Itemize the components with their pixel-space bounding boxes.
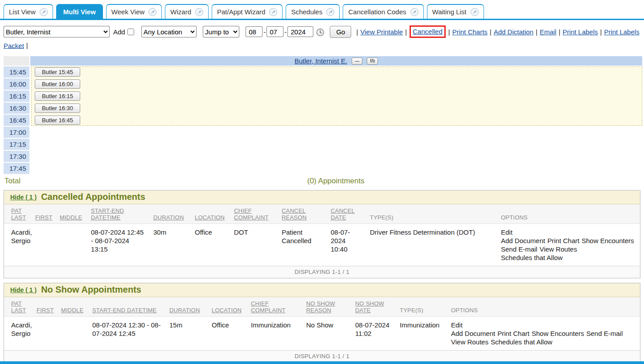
hide-cancelled-link[interactable]: Hide ( 1 ) xyxy=(10,194,37,201)
sort-first[interactable]: FIRST xyxy=(35,214,53,221)
jump-to-select[interactable]: Jump to xyxy=(203,26,239,37)
appointment-option-link[interactable]: Add Document xyxy=(451,329,495,338)
tab-list-view[interactable]: List View ↗ xyxy=(4,4,53,19)
sort-location[interactable]: LOCATION xyxy=(212,307,242,314)
time-label: 16:00 xyxy=(4,79,29,90)
email-link[interactable]: Email xyxy=(540,28,557,36)
sort-no-show-date[interactable]: NO SHOW DATE xyxy=(355,300,384,314)
tab-label: Multi View xyxy=(63,8,96,16)
appointment-option-link[interactable]: View Routes xyxy=(540,245,577,253)
sort-cancel-reason[interactable]: CANCEL REASON xyxy=(282,207,307,221)
appointment-option-link[interactable]: Show Encounters xyxy=(532,329,584,338)
option-links: Add DocumentPrint ChartShow EncountersSe… xyxy=(501,236,636,262)
open-availability-area[interactable] xyxy=(31,66,642,126)
open-new-window-icon[interactable]: ↗ xyxy=(269,8,277,16)
cancelled-appointment-row: Acardi, Sergio 08-07-2024 12:45 - 08-07-… xyxy=(4,224,640,266)
location-cell: Office xyxy=(191,224,230,266)
appointment-option-link[interactable]: Schedules that Allow xyxy=(501,253,562,262)
hide-no-show-link[interactable]: Hide ( 1 ) xyxy=(10,286,37,294)
time-label: 17:15 xyxy=(4,139,29,150)
clock-icon[interactable] xyxy=(316,28,324,36)
appointment-slot-button[interactable]: Butler 16:30 xyxy=(35,103,80,113)
open-new-window-icon[interactable]: ↗ xyxy=(195,8,203,16)
edit-link[interactable]: Edit xyxy=(451,321,463,329)
sort-start-end[interactable]: START-END DATETIME xyxy=(91,207,124,221)
collapse-column-button[interactable]: — xyxy=(352,58,362,65)
open-new-window-icon[interactable]: ↗ xyxy=(40,8,48,16)
tab-multi-view[interactable]: Multi View xyxy=(56,4,103,19)
sort-location[interactable]: LOCATION xyxy=(195,214,225,221)
time-label: 17:30 xyxy=(4,151,29,162)
provider-link[interactable]: Butler, Internist E. xyxy=(295,57,347,65)
cancelled-link[interactable]: Cancelled xyxy=(413,28,443,35)
appointment-slot-button[interactable]: Butler 15:45 xyxy=(35,67,80,77)
sort-first[interactable]: FIRST xyxy=(37,307,54,314)
displaying-count: DISPLAYING 1-1 / 1 xyxy=(4,350,640,362)
open-new-window-icon[interactable]: ↗ xyxy=(326,8,334,16)
date-month-input[interactable] xyxy=(246,26,263,37)
location-select[interactable]: Any Location xyxy=(141,26,197,37)
no-show-section-header: Hide ( 1 ) No Show Appointments xyxy=(4,283,640,297)
appointment-slot-button[interactable]: Butler 16:00 xyxy=(35,79,80,89)
tab-wizard[interactable]: Wizard ↗ xyxy=(165,4,209,19)
appointment-slot-button[interactable]: Butler 16:15 xyxy=(35,91,80,101)
bottom-accent-bar xyxy=(0,361,644,364)
separator: | xyxy=(490,28,492,36)
appointment-option-link[interactable]: Print Chart xyxy=(547,236,579,245)
appointment-option-link[interactable]: Add Document xyxy=(501,236,545,245)
tab-label: Wizard xyxy=(170,8,191,16)
appointment-slot-button[interactable]: Butler 16:45 xyxy=(35,116,80,125)
types-header: TYPE(S) xyxy=(400,307,423,314)
sort-pat-last[interactable]: PAT LAST xyxy=(11,300,26,314)
tab-week-view[interactable]: Week View ↗ xyxy=(106,4,162,19)
separator: | xyxy=(536,28,537,36)
sort-pat-last[interactable]: PAT LAST xyxy=(11,207,26,221)
appointment-option-link[interactable]: View Routes xyxy=(451,338,488,346)
total-label: Total xyxy=(4,177,29,186)
add-checkbox[interactable] xyxy=(127,29,134,35)
open-new-window-icon[interactable]: ↗ xyxy=(410,8,418,16)
print-charts-link[interactable]: Print Charts xyxy=(452,28,488,36)
appointment-option-link[interactable]: Send E-mail xyxy=(587,329,623,338)
appointment-option-link[interactable]: Send E-mail xyxy=(501,245,537,253)
schedule-header-row: Butler, Internist E. — f/b xyxy=(4,56,642,66)
open-new-window-icon[interactable]: ↗ xyxy=(148,8,156,16)
sort-middle[interactable]: MIDDLE xyxy=(60,214,82,221)
appointment-option-link[interactable]: Print Chart xyxy=(497,329,529,338)
cancelled-section-header: Hide ( 1 ) Cancelled Appointments xyxy=(4,190,640,204)
sort-no-show-reason[interactable]: NO SHOW REASON xyxy=(306,300,335,314)
tab-schedules[interactable]: Schedules ↗ xyxy=(286,4,340,19)
appointments-count: (0) Appointments xyxy=(29,177,642,186)
types-cell: Driver Fitness Determination (DOT) xyxy=(366,224,497,266)
time-label: 16:45 xyxy=(4,115,29,126)
sort-duration[interactable]: DURATION xyxy=(153,214,184,221)
no-show-appointment-row: Acardi, Sergio 08-07-2024 12:30 - 08-07-… xyxy=(4,317,640,351)
separator: | xyxy=(558,28,560,36)
sort-chief-complaint[interactable]: CHIEF COMPLAINT xyxy=(234,207,269,221)
sort-duration[interactable]: DURATION xyxy=(169,307,200,314)
tab-pat-appt-wizard[interactable]: Pat/Appt Wizard ↗ xyxy=(212,4,283,19)
sort-chief-complaint[interactable]: CHIEF COMPLAINT xyxy=(251,300,286,314)
tab-waiting-list[interactable]: Waiting List ↗ xyxy=(427,4,484,19)
appointment-option-link[interactable]: Show Encounters xyxy=(582,236,634,245)
date-year-input[interactable] xyxy=(287,26,313,37)
date-day-input[interactable] xyxy=(267,26,283,37)
sort-middle[interactable]: MIDDLE xyxy=(61,307,83,314)
duration-cell: 30m xyxy=(150,224,191,266)
sort-cancel-date[interactable]: CANCEL DATE xyxy=(331,207,355,221)
appointment-option-link[interactable]: Schedules that Allow xyxy=(491,338,552,346)
provider-select[interactable]: Butler, Internist xyxy=(4,26,110,37)
add-dictation-link[interactable]: Add Dictation xyxy=(494,28,533,36)
front-back-button[interactable]: f/b xyxy=(367,58,378,65)
edit-link[interactable]: Edit xyxy=(501,228,513,236)
print-labels-link[interactable]: Print Labels xyxy=(562,28,598,36)
tab-label: Schedules xyxy=(291,8,322,16)
total-row: Total (0) Appointments xyxy=(4,177,642,186)
sort-start-end[interactable]: START-END DATETIME xyxy=(92,307,156,314)
tab-cancellation-codes[interactable]: Cancellation Codes ↗ xyxy=(343,4,423,19)
chief-complaint-cell: DOT xyxy=(230,224,278,266)
cancelled-appointments-section: Hide ( 1 ) Cancelled Appointments PAT LA… xyxy=(4,190,640,278)
view-printable-link[interactable]: View Printable xyxy=(360,28,403,36)
open-new-window-icon[interactable]: ↗ xyxy=(471,8,479,16)
go-button[interactable]: Go xyxy=(330,26,351,38)
